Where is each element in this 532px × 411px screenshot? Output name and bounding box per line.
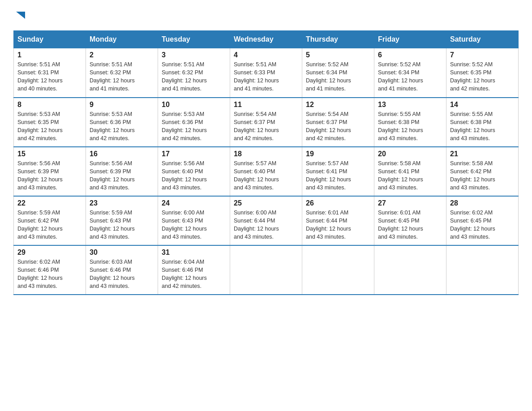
day-info: Sunrise: 5:52 AM Sunset: 6:35 PM Dayligh… (450, 60, 515, 93)
calendar-cell: 20 Sunrise: 5:58 AM Sunset: 6:41 PM Dayl… (374, 147, 446, 196)
col-header-friday: Friday (374, 31, 446, 48)
day-info: Sunrise: 5:53 AM Sunset: 6:36 PM Dayligh… (162, 110, 226, 143)
day-info: Sunrise: 6:04 AM Sunset: 6:46 PM Dayligh… (162, 258, 226, 291)
calendar-cell (374, 245, 446, 295)
calendar-cell: 9 Sunrise: 5:53 AM Sunset: 6:36 PM Dayli… (86, 98, 158, 147)
day-info: Sunrise: 5:53 AM Sunset: 6:36 PM Dayligh… (90, 110, 154, 143)
calendar-cell: 12 Sunrise: 5:54 AM Sunset: 6:37 PM Dayl… (302, 98, 374, 147)
day-number: 28 (450, 199, 515, 207)
calendar-cell: 28 Sunrise: 6:02 AM Sunset: 6:45 PM Dayl… (446, 196, 519, 245)
day-number: 29 (17, 248, 82, 257)
day-number: 6 (378, 51, 442, 59)
day-number: 17 (162, 150, 226, 158)
calendar-week-row: 8 Sunrise: 5:53 AM Sunset: 6:35 PM Dayli… (14, 98, 519, 147)
day-info: Sunrise: 5:52 AM Sunset: 6:34 PM Dayligh… (306, 60, 370, 93)
calendar-cell: 26 Sunrise: 6:01 AM Sunset: 6:44 PM Dayl… (302, 196, 374, 245)
day-info: Sunrise: 5:58 AM Sunset: 6:42 PM Dayligh… (450, 159, 515, 192)
day-number: 23 (90, 199, 154, 207)
day-number: 9 (90, 101, 154, 109)
calendar-cell: 11 Sunrise: 5:54 AM Sunset: 6:37 PM Dayl… (230, 98, 302, 147)
day-info: Sunrise: 6:02 AM Sunset: 6:46 PM Dayligh… (17, 258, 82, 291)
day-number: 26 (306, 199, 370, 207)
day-info: Sunrise: 5:57 AM Sunset: 6:40 PM Dayligh… (234, 159, 298, 192)
day-info: Sunrise: 5:55 AM Sunset: 6:38 PM Dayligh… (450, 110, 515, 143)
col-header-sunday: Sunday (14, 31, 86, 48)
calendar-cell: 23 Sunrise: 5:59 AM Sunset: 6:43 PM Dayl… (86, 196, 158, 245)
day-info: Sunrise: 5:54 AM Sunset: 6:37 PM Dayligh… (234, 110, 298, 143)
day-info: Sunrise: 6:00 AM Sunset: 6:44 PM Dayligh… (234, 209, 298, 241)
calendar-cell: 10 Sunrise: 5:53 AM Sunset: 6:36 PM Dayl… (158, 98, 230, 147)
calendar-cell: 19 Sunrise: 5:57 AM Sunset: 6:41 PM Dayl… (302, 147, 374, 196)
day-info: Sunrise: 6:03 AM Sunset: 6:46 PM Dayligh… (90, 258, 154, 291)
day-info: Sunrise: 5:56 AM Sunset: 6:39 PM Dayligh… (90, 159, 154, 192)
day-number: 20 (378, 150, 442, 158)
day-number: 14 (450, 101, 515, 109)
calendar-cell (446, 245, 519, 295)
calendar-cell: 6 Sunrise: 5:52 AM Sunset: 6:34 PM Dayli… (374, 48, 446, 98)
calendar-cell (302, 245, 374, 295)
calendar-cell: 27 Sunrise: 6:01 AM Sunset: 6:45 PM Dayl… (374, 196, 446, 245)
calendar-cell: 8 Sunrise: 5:53 AM Sunset: 6:35 PM Dayli… (14, 98, 86, 147)
day-number: 2 (90, 51, 154, 59)
day-number: 11 (234, 101, 298, 109)
day-number: 13 (378, 101, 442, 109)
day-number: 31 (162, 248, 226, 257)
calendar-cell: 16 Sunrise: 5:56 AM Sunset: 6:39 PM Dayl… (86, 147, 158, 196)
day-number: 19 (306, 150, 370, 158)
day-info: Sunrise: 5:51 AM Sunset: 6:33 PM Dayligh… (234, 60, 298, 93)
col-header-tuesday: Tuesday (158, 31, 230, 48)
day-number: 24 (162, 199, 226, 207)
day-info: Sunrise: 5:54 AM Sunset: 6:37 PM Dayligh… (306, 110, 370, 143)
calendar-cell: 31 Sunrise: 6:04 AM Sunset: 6:46 PM Dayl… (158, 245, 230, 295)
calendar-cell: 13 Sunrise: 5:55 AM Sunset: 6:38 PM Dayl… (374, 98, 446, 147)
day-info: Sunrise: 5:53 AM Sunset: 6:35 PM Dayligh… (17, 110, 82, 143)
calendar-cell: 14 Sunrise: 5:55 AM Sunset: 6:38 PM Dayl… (446, 98, 519, 147)
day-number: 30 (90, 248, 154, 257)
day-number: 1 (17, 51, 82, 59)
calendar-cell: 24 Sunrise: 6:00 AM Sunset: 6:43 PM Dayl… (158, 196, 230, 245)
day-number: 15 (17, 150, 82, 158)
day-info: Sunrise: 5:55 AM Sunset: 6:38 PM Dayligh… (378, 110, 442, 143)
day-number: 8 (17, 101, 82, 109)
day-number: 10 (162, 101, 226, 109)
calendar-cell: 22 Sunrise: 5:59 AM Sunset: 6:42 PM Dayl… (14, 196, 86, 245)
calendar-cell: 3 Sunrise: 5:51 AM Sunset: 6:32 PM Dayli… (158, 48, 230, 98)
day-info: Sunrise: 5:51 AM Sunset: 6:31 PM Dayligh… (17, 60, 82, 93)
day-info: Sunrise: 5:51 AM Sunset: 6:32 PM Dayligh… (90, 60, 154, 93)
svg-marker-0 (16, 12, 25, 19)
col-header-saturday: Saturday (446, 31, 519, 48)
calendar-cell: 4 Sunrise: 5:51 AM Sunset: 6:33 PM Dayli… (230, 48, 302, 98)
col-header-monday: Monday (86, 31, 158, 48)
day-number: 27 (378, 199, 442, 207)
day-number: 21 (450, 150, 515, 158)
calendar-week-row: 29 Sunrise: 6:02 AM Sunset: 6:46 PM Dayl… (14, 245, 519, 295)
calendar-cell: 25 Sunrise: 6:00 AM Sunset: 6:44 PM Dayl… (230, 196, 302, 245)
day-info: Sunrise: 6:02 AM Sunset: 6:45 PM Dayligh… (450, 209, 515, 241)
day-number: 18 (234, 150, 298, 158)
day-number: 4 (234, 51, 298, 59)
day-info: Sunrise: 6:01 AM Sunset: 6:45 PM Dayligh… (378, 209, 442, 241)
calendar-cell: 2 Sunrise: 5:51 AM Sunset: 6:32 PM Dayli… (86, 48, 158, 98)
logo-arrow-icon (14, 9, 27, 21)
calendar-table: SundayMondayTuesdayWednesdayThursdayFrid… (13, 30, 519, 295)
day-info: Sunrise: 5:56 AM Sunset: 6:39 PM Dayligh… (17, 159, 82, 192)
day-number: 3 (162, 51, 226, 59)
day-info: Sunrise: 5:51 AM Sunset: 6:32 PM Dayligh… (162, 60, 226, 93)
calendar-cell: 15 Sunrise: 5:56 AM Sunset: 6:39 PM Dayl… (14, 147, 86, 196)
day-info: Sunrise: 5:59 AM Sunset: 6:43 PM Dayligh… (90, 209, 154, 241)
calendar-cell: 18 Sunrise: 5:57 AM Sunset: 6:40 PM Dayl… (230, 147, 302, 196)
day-number: 12 (306, 101, 370, 109)
day-number: 25 (234, 199, 298, 207)
logo (13, 9, 27, 21)
calendar-cell: 17 Sunrise: 5:56 AM Sunset: 6:40 PM Dayl… (158, 147, 230, 196)
calendar-week-row: 1 Sunrise: 5:51 AM Sunset: 6:31 PM Dayli… (14, 48, 519, 98)
col-header-thursday: Thursday (302, 31, 374, 48)
day-info: Sunrise: 6:00 AM Sunset: 6:43 PM Dayligh… (162, 209, 226, 241)
calendar-week-row: 15 Sunrise: 5:56 AM Sunset: 6:39 PM Dayl… (14, 147, 519, 196)
calendar-cell: 30 Sunrise: 6:03 AM Sunset: 6:46 PM Dayl… (86, 245, 158, 295)
calendar-header-row: SundayMondayTuesdayWednesdayThursdayFrid… (14, 31, 519, 48)
calendar-cell: 29 Sunrise: 6:02 AM Sunset: 6:46 PM Dayl… (14, 245, 86, 295)
calendar-week-row: 22 Sunrise: 5:59 AM Sunset: 6:42 PM Dayl… (14, 196, 519, 245)
day-info: Sunrise: 5:57 AM Sunset: 6:41 PM Dayligh… (306, 159, 370, 192)
day-number: 7 (450, 51, 515, 59)
